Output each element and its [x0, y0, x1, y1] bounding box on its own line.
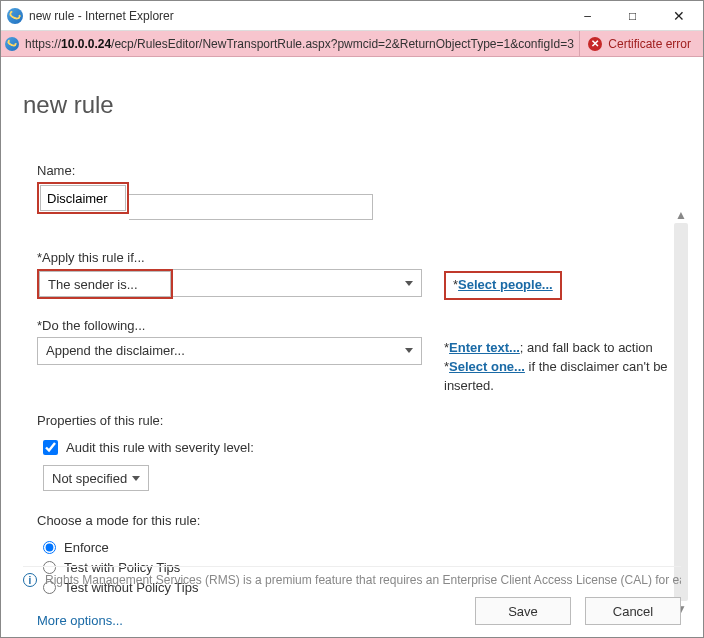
ie-icon	[5, 37, 19, 51]
certificate-error[interactable]: ✕ Certificate error	[579, 31, 699, 56]
select-people-highlight: *Select people...	[444, 271, 562, 300]
select-people-link[interactable]: Select people...	[458, 277, 553, 292]
button-bar: Save Cancel	[475, 597, 681, 625]
close-button[interactable]: ✕	[655, 1, 703, 30]
properties-header: Properties of this rule:	[37, 413, 681, 428]
name-input-extent[interactable]	[129, 194, 373, 220]
do-select-value: Append the disclaimer...	[46, 343, 185, 358]
severity-select[interactable]: Not specified	[43, 465, 149, 491]
window-controls: – □ ✕	[565, 1, 703, 30]
info-icon: i	[23, 573, 37, 587]
apply-select[interactable]: The sender is...	[39, 271, 171, 297]
mode-header: Choose a mode for this rule:	[37, 513, 681, 528]
apply-row: The sender is... *Select people...	[37, 269, 681, 300]
chevron-down-icon	[405, 348, 413, 353]
cancel-button[interactable]: Cancel	[585, 597, 681, 625]
severity-value: Not specified	[52, 471, 127, 486]
mode-enforce-radio[interactable]	[43, 541, 56, 554]
maximize-button[interactable]: □	[610, 1, 655, 30]
select-one-link[interactable]: Select one...	[449, 359, 525, 374]
name-label: Name:	[37, 163, 681, 178]
shield-error-icon: ✕	[588, 37, 602, 51]
content-area: new rule Name: *Apply this rule if... Th…	[1, 57, 703, 637]
footer-note: i Rights Management Services (RMS) is a …	[23, 566, 681, 587]
scrollbar[interactable]: ▲ ▼	[673, 207, 689, 617]
apply-select-extent[interactable]	[173, 269, 422, 297]
save-button[interactable]: Save	[475, 597, 571, 625]
chevron-down-icon	[132, 476, 140, 481]
url-host: 10.0.0.24	[61, 37, 111, 51]
window-title: new rule - Internet Explorer	[29, 9, 565, 23]
address-bar[interactable]: https://10.0.0.24/ecp/RulesEditor/NewTra…	[1, 31, 703, 57]
name-input[interactable]	[40, 185, 126, 211]
url-path: /ecp/RulesEditor/NewTransportRule.aspx?p…	[111, 37, 574, 51]
mode-enforce[interactable]: Enforce	[43, 540, 681, 555]
scroll-track[interactable]	[674, 223, 688, 601]
enter-text-link[interactable]: Enter text...	[449, 340, 520, 355]
form-area: Name: *Apply this rule if... The sender …	[37, 163, 681, 628]
audit-row: Audit this rule with severity level:	[43, 440, 681, 455]
name-input-wrap	[37, 182, 681, 232]
apply-highlight: The sender is...	[37, 269, 173, 299]
ie-icon	[7, 8, 23, 24]
audit-label: Audit this rule with severity level:	[66, 440, 254, 455]
mode-enforce-label: Enforce	[64, 540, 109, 555]
audit-checkbox[interactable]	[43, 440, 58, 455]
window-titlebar: new rule - Internet Explorer – □ ✕	[1, 1, 703, 31]
do-label: *Do the following...	[37, 318, 681, 333]
chevron-down-icon	[405, 281, 413, 286]
footer-note-text: Rights Management Services (RMS) is a pr…	[45, 573, 681, 587]
apply-select-wrap: The sender is...	[37, 269, 422, 299]
apply-select-value: The sender is...	[48, 277, 138, 292]
apply-aside: *Select people...	[444, 269, 562, 300]
do-aside: *Enter text...; and fall back to action …	[444, 337, 674, 396]
minimize-button[interactable]: –	[565, 1, 610, 30]
do-row: Append the disclaimer... *Enter text...;…	[37, 337, 681, 396]
url-scheme: https://	[25, 37, 61, 51]
do-select[interactable]: Append the disclaimer...	[37, 337, 422, 365]
url-text: https://10.0.0.24/ecp/RulesEditor/NewTra…	[25, 37, 579, 51]
cert-error-label: Certificate error	[608, 37, 691, 51]
page-title: new rule	[23, 91, 681, 119]
scroll-up-icon[interactable]: ▲	[673, 207, 689, 223]
name-highlight	[37, 182, 129, 214]
apply-label: *Apply this rule if...	[37, 250, 681, 265]
